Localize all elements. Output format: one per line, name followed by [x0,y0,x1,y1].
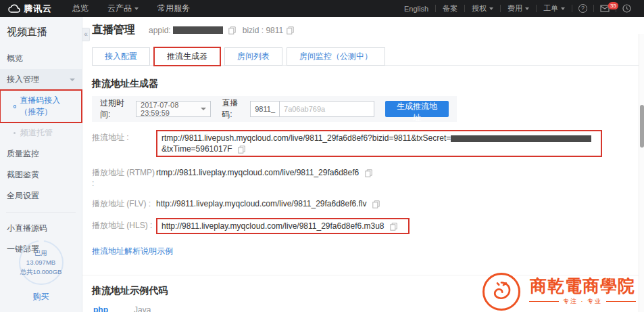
nav-overview[interactable]: 总览 [72,3,89,14]
parse-example-link[interactable]: 推流地址解析说明示例 [92,246,173,257]
storage-used: 已用13.097MB [20,248,62,267]
link-auth[interactable]: 授权 [465,3,500,14]
expire-time-label: 过期时间: [100,97,132,120]
tab-java[interactable]: Java [132,305,152,312]
page-scrollbar-thumb[interactable] [640,105,644,148]
play-url-hls-row: 播放地址 (HLS) : http://9811.liveplay.myqclo… [92,218,644,234]
tab-bar: 接入配置 推流生成器 房间列表 房间监控（公测中） [92,47,644,66]
sidebar-item-screenshot-detect[interactable]: 截图鉴黄 [0,164,82,185]
appid-meta: appid: bizid : 9811 [149,26,301,35]
history-button[interactable] [616,4,637,13]
copy-push-url-button[interactable] [238,146,245,154]
logo-text: 腾讯云 [24,3,52,15]
sidebar: 视频直播 概览 接入管理 直播码接入（推荐） 频道托管 质量监控 截图鉴黄 全局… [0,17,82,312]
storage-total: 总共10.000GB [20,267,62,277]
generate-push-url-button[interactable]: 生成推流地址 [385,101,449,117]
storage-gauge: 已用13.097MB 总共10.000GB [19,240,64,285]
stream-code-input[interactable] [280,101,374,117]
link-english[interactable]: English [397,5,435,13]
link-ticket[interactable]: 工单 [537,3,572,14]
generator-form: 过期时间: 2017-07-08 23:59:59 直播码: 9811_ 生成推… [92,96,457,122]
nav-common-services[interactable]: 常用服务 [157,3,190,14]
help-button[interactable] [572,4,593,13]
tab-access-config[interactable]: 接入配置 [92,47,150,66]
clock-icon [622,4,631,13]
radio-bullet-icon [14,105,16,108]
sidebar-item-live-code-access[interactable]: 直播码接入（推荐） [0,90,82,122]
play-url-flv-row: 播放地址 (FLV) : http://9811.liveplay.myqclo… [92,196,644,210]
gauge-notch [39,238,44,244]
sidebar-collapse-button[interactable] [82,28,90,41]
play-url-rtmp-value: rtmp://9811.liveplay.myqcloud.com/live/9… [156,165,379,178]
play-url-hls-value: http://9811.liveplay.myqcloud.com/live/9… [156,218,410,234]
appid-label: appid: [149,26,171,35]
play-url-flv-value: http://9811.liveplay.myqcloud.com/live/9… [156,196,387,209]
chevron-down-icon [525,7,529,10]
expire-time-select[interactable]: 2017-07-08 23:59:59 [136,101,211,117]
tencent-cloud-logo[interactable]: 腾讯云 [8,3,52,15]
copy-hls-url-button[interactable] [390,223,397,231]
product-title: 视频直播 [0,17,82,48]
watermark-name: 商乾電商學院 [525,277,640,295]
copy-icon [287,26,294,35]
slogan-line [606,301,636,302]
copy-icon [365,169,372,177]
messages-button[interactable]: 35 [594,5,616,12]
sidebar-item-overview[interactable]: 概览 [0,48,82,69]
txsecret-redacted-value [451,135,591,142]
slogan-line [529,301,559,302]
stream-code-label: 直播码: [222,97,246,120]
copy-icon [238,146,245,154]
watermark-text: 商乾電商學院 专注 · 专业 [525,277,640,306]
appid-redacted-value [173,26,223,34]
main-content: 直播管理 appid: bizid : 9811 接入配置 推流生成器 房间列表… [82,17,644,312]
copy-bizid-button[interactable] [287,26,294,35]
link-billing[interactable]: 费用 [501,3,536,14]
sidebar-item-access-management[interactable]: 接入管理 [0,69,82,90]
copy-icon [372,200,380,208]
sidebar-item-xiaozhibo-source[interactable]: 小直播源码 [0,218,82,239]
divider [6,212,76,213]
cloud-icon [8,4,20,13]
watermark-slogan-row: 专注 · 专业 [525,297,640,306]
stream-code-prefix: 9811_ [250,101,280,117]
chevron-down-icon [70,79,75,81]
chevron-down-icon [489,7,493,10]
play-url-hls-label: 播放地址 (HLS) : [92,218,156,231]
sidebar-item-global-settings[interactable]: 全局设置 [0,185,82,206]
chevron-down-icon [561,7,565,10]
copy-icon [390,223,397,231]
nav-cloud-products[interactable]: 云产品 [107,3,139,14]
topbar-right: English 备案 授权 费用 工单 35 [397,0,637,17]
storage-widget: 已用13.097MB 总共10.000GB 购买 [0,240,82,303]
chevron-down-icon [134,7,139,10]
play-url-flv-label: 播放地址 (FLV) : [92,196,156,210]
tab-room-list[interactable]: 房间列表 [224,47,282,66]
link-beian[interactable]: 备案 [436,3,464,14]
watermark-emblem-icon [482,273,520,311]
sidebar-item-quality-monitor[interactable]: 质量监控 [0,143,82,164]
top-nav: 总览 云产品 常用服务 [72,0,209,17]
expire-time-value: 2017-07-08 23:59:59 [141,101,201,117]
tab-push-generator[interactable]: 推流生成器 [154,47,220,66]
push-url-row: 推流地址 : rtmp://9811.livepush.myqcloud.com… [92,130,644,157]
page-title: 直播管理 [92,23,135,37]
watermark: 商乾電商學院 专注 · 专业 [482,273,640,311]
bizid-label: bizid : 9811 [243,26,284,35]
copy-flv-url-button[interactable] [372,200,380,208]
buy-link[interactable]: 购买 [33,291,49,303]
copy-appid-button[interactable] [228,26,236,35]
sidebar-item-channel-hosting[interactable]: 频道托管 [0,122,82,143]
copy-rtmp-url-button[interactable] [365,169,372,177]
chevron-down-icon [201,108,206,110]
tab-room-monitor[interactable]: 房间监控（公测中） [287,47,385,66]
watermark-slogan: 专注 · 专业 [563,297,602,306]
help-icon [578,4,587,13]
tab-php[interactable]: php [92,305,109,312]
push-url-label: 推流地址 : [92,130,156,143]
dot-bullet-icon [14,132,16,134]
play-url-rtmp-label: 播放地址 (RTMP) : [92,165,156,188]
generator-section-title: 推流地址生成器 [92,78,644,90]
page-header: 直播管理 appid: bizid : 9811 [82,17,644,43]
topbar: 腾讯云 总览 云产品 常用服务 English 备案 授权 费用 工单 35 [0,0,644,17]
